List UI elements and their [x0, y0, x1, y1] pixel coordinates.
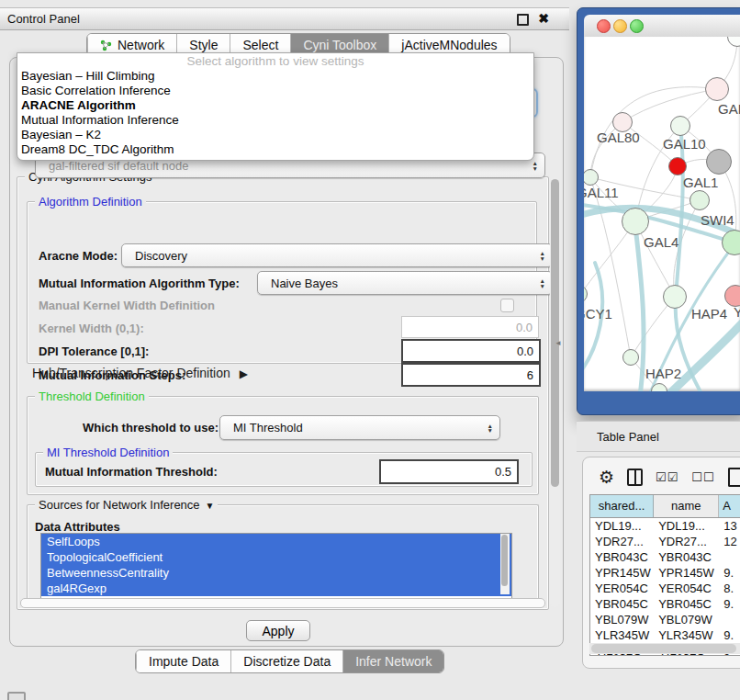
node-label: GCY1: [584, 306, 612, 322]
bottom-tab[interactable]: Discretize Data: [230, 650, 342, 672]
table-row[interactable]: YLR345W YLR345W 9.: [590, 627, 740, 643]
table-toolbar: ⚙ ☑☑ ☐☐: [589, 462, 740, 491]
node-table[interactable]: shared... name A YDL19... YDL19... 13 YD…: [589, 494, 740, 656]
network-graph-icon: [100, 40, 112, 51]
network-canvas[interactable]: GALGAL80GAL10GAL11GAL1SWI4GAL4GCY1HAP4YH…: [584, 37, 740, 391]
sources-title[interactable]: Sources for Network Inference▼: [35, 498, 218, 512]
manual-kernel-label: Manual Kernel Width Definition: [39, 299, 215, 312]
threshold-definition-group: Threshold Definition Which threshold to …: [27, 396, 539, 495]
divider-collapse-arrow[interactable]: ◄: [555, 339, 562, 347]
select-all-checks-icon[interactable]: ☑☑: [656, 470, 678, 484]
table-panel-title: Table Panel: [597, 430, 659, 444]
columns-icon[interactable]: [627, 469, 643, 486]
dpi-tolerance-field[interactable]: 0.0: [401, 339, 541, 363]
node-label: GAL11: [584, 185, 619, 200]
table-horizontal-scrollbar[interactable]: [589, 643, 740, 654]
dropdown-option[interactable]: Bayesian – Hill Climbing: [17, 69, 533, 84]
network-node[interactable]: [690, 190, 710, 210]
dropdown-option[interactable]: Mutual Information Inference: [17, 113, 533, 128]
combo-arrows-icon: ▲▼: [540, 251, 545, 261]
table-row[interactable]: YDL19... YDL19... 13: [590, 518, 740, 534]
network-node[interactable]: [706, 149, 732, 175]
algorithm-dropdown-popup: Select algorithm to view settings Bayesi…: [17, 52, 534, 161]
hub-section-toggle[interactable]: Hub/Transcription Factor Definition▶: [32, 366, 248, 380]
list-item[interactable]: BetweennessCentrality: [41, 565, 511, 581]
node-label: GAL: [718, 101, 740, 117]
close-traffic-light-icon[interactable]: [597, 19, 611, 33]
combo-arrows-icon: ▲▼: [540, 278, 545, 288]
table-function-icon[interactable]: [728, 468, 740, 487]
list-item[interactable]: SelfLoops: [41, 534, 511, 549]
data-attributes-label: Data Attributes: [35, 520, 120, 534]
mi-threshold-label: Mutual Information Threshold:: [45, 465, 218, 479]
dropdown-option[interactable]: ARACNE Algorithm: [17, 98, 533, 113]
algorithm-definition-title: Algorithm Definition: [35, 195, 146, 209]
table-row[interactable]: YDR27... YDR27... 12: [590, 534, 740, 549]
column-header-shared-name[interactable]: shared...: [590, 495, 654, 517]
aracne-mode-label: Aracne Mode:: [39, 249, 118, 263]
horizontal-scrollbar[interactable]: [20, 598, 545, 608]
list-item[interactable]: TopologicalCoefficient: [41, 549, 511, 565]
dropdown-option[interactable]: Dream8 DC_TDC Algorithm: [17, 142, 533, 157]
dropdown-option[interactable]: Basic Correlation Inference: [17, 84, 533, 98]
data-attributes-list[interactable]: SelfLoopsTopologicalCoefficientBetweenne…: [40, 533, 512, 599]
column-header-name[interactable]: name: [654, 495, 719, 517]
dpi-tolerance-label: DPI Tolerance [0,1]:: [39, 344, 149, 358]
network-node[interactable]: [663, 285, 687, 309]
aracne-mode-combo[interactable]: Discovery ▲▼: [121, 243, 553, 267]
table-row[interactable]: YBR045C YBR045C 9.: [590, 596, 740, 612]
expand-right-icon: ▶: [240, 367, 248, 380]
network-node[interactable]: [670, 116, 690, 136]
network-window-titlebar[interactable]: [584, 15, 740, 38]
list-item[interactable]: gal4RGexp: [41, 581, 511, 596]
dropdown-option[interactable]: Bayesian – K2: [17, 128, 533, 142]
collapse-down-icon: ▼: [206, 501, 215, 511]
mi-threshold-definition-title: MI Threshold Definition: [43, 446, 173, 459]
minimize-traffic-light-icon[interactable]: [613, 19, 627, 33]
table-panel-titlebar: Table Panel: [577, 421, 740, 452]
mi-threshold-field[interactable]: 0.5: [379, 459, 519, 484]
table-row[interactable]: YBL079W YBL079W: [590, 612, 740, 627]
algorithm-definition-group: Algorithm Definition Aracne Mode: Discov…: [27, 201, 537, 364]
which-threshold-label: Which threshold to use:: [83, 421, 219, 435]
node-label: HAP2: [645, 366, 681, 381]
gear-icon[interactable]: ⚙: [599, 469, 614, 486]
column-header-clipped[interactable]: A: [719, 495, 740, 517]
node-label: HAP4: [691, 306, 727, 322]
kernel-width-field[interactable]: 0.0: [401, 316, 539, 338]
network-node[interactable]: [622, 208, 649, 235]
table-row[interactable]: YER054C YER054C 8.: [590, 581, 740, 596]
zoom-traffic-light-icon[interactable]: [630, 19, 644, 33]
deselect-all-checks-icon[interactable]: ☐☐: [691, 470, 714, 484]
bottom-tab-bar: Impute DataDiscretize DataInfer Network: [135, 649, 444, 673]
node-label: SWI4: [701, 212, 734, 228]
network-node[interactable]: [668, 157, 687, 175]
float-window-icon[interactable]: [517, 14, 529, 26]
combo-arrows-icon: ▲▼: [533, 161, 538, 171]
node-label: GAL10: [663, 136, 706, 152]
mi-steps-field[interactable]: 6: [401, 363, 541, 387]
bottom-tab[interactable]: Infer Network: [342, 650, 443, 672]
network-node[interactable]: [622, 349, 639, 366]
manual-kernel-checkbox[interactable]: [500, 299, 514, 312]
mi-type-combo[interactable]: Naive Bayes ▲▼: [257, 271, 553, 295]
bottom-tab[interactable]: Impute Data: [136, 650, 230, 672]
list-vertical-scrollbar[interactable]: [500, 534, 510, 594]
which-threshold-combo[interactable]: MI Threshold ▲▼: [219, 415, 500, 440]
combo-arrows-icon: ▲▼: [488, 423, 493, 433]
settings-vertical-scrollbar[interactable]: [550, 177, 560, 607]
close-icon[interactable]: ✖: [538, 11, 549, 26]
apply-button[interactable]: Apply: [246, 620, 310, 641]
table-row[interactable]: YPR145W YPR145W 9.: [590, 565, 740, 581]
table-body: YDL19... YDL19... 13 YDR27... YDR27... 1…: [590, 518, 740, 656]
dropdown-placeholder: Select algorithm to view settings: [17, 53, 533, 69]
threshold-definition-title: Threshold Definition: [35, 390, 149, 403]
table-header-row: shared... name A: [590, 495, 740, 518]
control-panel-titlebar: Control Panel ✖: [0, 7, 569, 30]
network-node[interactable]: [722, 230, 740, 255]
node-label: GAL1: [683, 175, 718, 190]
mi-type-label: Mutual Information Algorithm Type:: [39, 277, 240, 290]
table-row[interactable]: YBR043C YBR043C: [590, 549, 740, 565]
network-node[interactable]: [705, 77, 729, 101]
minimized-panel-icon[interactable]: [7, 692, 26, 700]
